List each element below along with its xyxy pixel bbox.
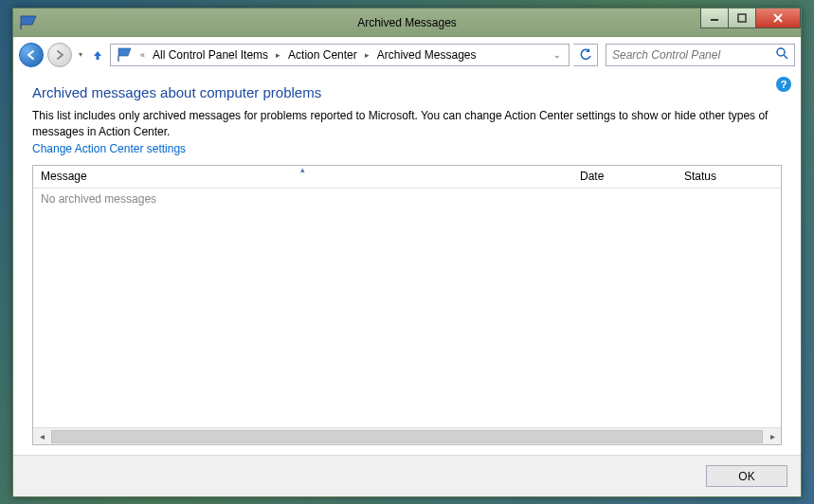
page-heading: Archived messages about computer problem… [32,84,782,100]
minimize-button[interactable] [700,9,729,28]
refresh-button[interactable] [573,44,598,66]
close-button[interactable] [755,9,801,28]
svg-rect-2 [738,14,746,22]
window-controls [701,9,801,28]
scroll-left-button[interactable]: ◂ [33,429,50,444]
column-date-label: Date [580,170,604,183]
breadcrumb-all-items[interactable]: All Control Panel Items [150,45,271,65]
window-frame: Archived Messages ▾ « [12,8,802,497]
app-icon [19,13,38,32]
back-button[interactable] [19,43,44,67]
search-input[interactable] [612,48,775,62]
breadcrumb-archived-messages[interactable]: Archived Messages [374,45,479,65]
scroll-track[interactable] [51,430,763,443]
sort-ascending-icon: ▴ [300,165,305,174]
column-date[interactable]: Date [572,166,677,188]
chevron-right-icon[interactable]: ▸ [360,45,374,65]
empty-message: No archived messages [41,192,156,206]
search-box[interactable] [606,44,795,66]
column-message-label: Message [41,170,87,183]
chevron-right-icon[interactable]: ▸ [271,45,285,65]
messages-list: Message ▴ Date Status No archived messag… [32,165,782,445]
history-dropdown[interactable]: ▾ [76,50,85,59]
content-pane: ? Archived messages about computer probl… [13,71,801,455]
svg-line-7 [784,55,787,59]
change-settings-link[interactable]: Change Action Center settings [32,142,782,155]
breadcrumb-root[interactable]: « [136,45,150,65]
navigation-toolbar: ▾ « All Control Panel Items ▸ Action Cen… [13,37,801,71]
page-description: This list includes only archived message… [32,108,782,140]
address-bar[interactable]: « All Control Panel Items ▸ Action Cente… [110,44,570,66]
svg-line-3 [774,14,782,22]
column-message[interactable]: Message ▴ [33,166,572,188]
titlebar[interactable]: Archived Messages [13,9,801,37]
list-body: No archived messages [33,189,781,427]
svg-line-4 [774,14,782,22]
search-icon[interactable] [775,46,788,63]
column-status[interactable]: Status [677,166,781,188]
horizontal-scrollbar[interactable]: ◂ ▸ [33,427,781,444]
window-title: Archived Messages [13,16,801,29]
list-header: Message ▴ Date Status [33,166,781,189]
breadcrumb-action-center[interactable]: Action Center [285,45,360,65]
help-icon[interactable]: ? [776,77,791,92]
forward-button[interactable] [47,43,72,67]
scroll-right-button[interactable]: ▸ [764,429,781,444]
svg-point-6 [777,48,785,56]
maximize-button[interactable] [728,9,756,28]
column-status-label: Status [684,170,716,183]
up-button[interactable] [89,45,106,65]
flag-icon [116,46,133,63]
address-dropdown[interactable]: ⌄ [548,50,567,60]
dialog-footer: OK [13,455,801,496]
ok-button[interactable]: OK [706,465,787,487]
